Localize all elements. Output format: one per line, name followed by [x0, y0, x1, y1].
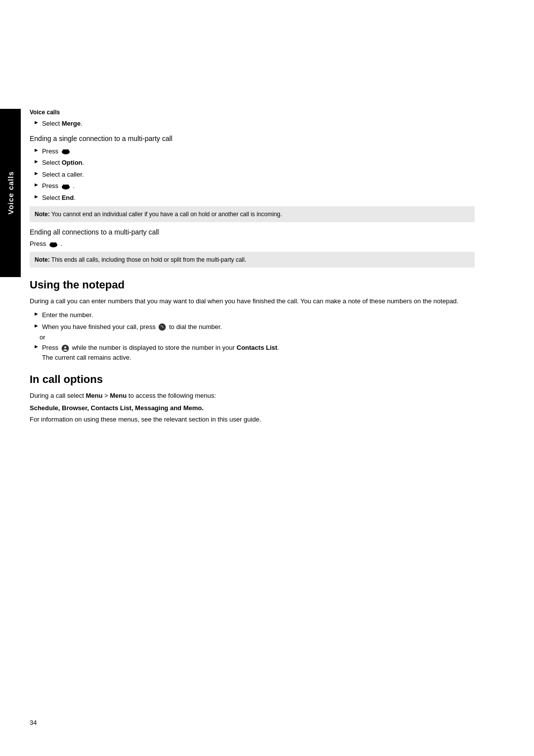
subsection1-bullet3-text: Select a caller.: [42, 170, 84, 180]
page: Voice calls Voice calls ► Select Merge. …: [0, 0, 534, 756]
menu-bold-1: Menu: [86, 392, 102, 399]
subsection1-bullet2: ► Select Option.: [30, 158, 475, 168]
svg-rect-7: [50, 242, 52, 245]
bullet-arrow-1: ►: [34, 147, 39, 153]
end-call-icon-1: [61, 148, 70, 155]
or-line: or: [40, 333, 475, 341]
notepad-bullet3-sub: The current call remains active.: [42, 354, 132, 361]
end-call-icon-3: [49, 241, 58, 248]
notepad-bullet2: ► When you have finished your call, pres…: [30, 322, 475, 332]
svg-point-9: [159, 324, 166, 331]
notepad-para1: During a call you can enter numbers that…: [30, 296, 475, 307]
svg-rect-2: [67, 149, 69, 152]
bullet-arrow-2: ►: [34, 158, 39, 164]
section-using-notepad: Using the notepad During a call you can …: [30, 279, 475, 363]
dial-icon: [158, 323, 166, 331]
notepad-bullet-arrow-3: ►: [34, 343, 39, 349]
notepad-bullet-arrow-1: ►: [34, 311, 39, 317]
subsection2-note-label: Note:: [35, 256, 50, 263]
subsection1-note: Note: You cannot end an individual calle…: [30, 206, 475, 222]
sidebar-tab-label: Voice calls: [6, 171, 15, 214]
subsection1-bullet4: ► Press .: [30, 181, 475, 191]
subsection2-title: Ending all connections to a multi-party …: [30, 228, 475, 236]
using-notepad-heading: Using the notepad: [30, 279, 475, 291]
menu-bold-2: Menu: [110, 392, 127, 399]
subsection1-bullet5-text: Select End.: [42, 193, 76, 203]
svg-rect-5: [67, 185, 69, 187]
notepad-bullet3-text: Press while the number is displayed to s…: [42, 343, 279, 362]
svg-rect-1: [63, 149, 65, 152]
svg-rect-8: [54, 242, 56, 245]
subsection1-bullet5: ► Select End.: [30, 193, 475, 203]
notepad-bullet-arrow-2: ►: [34, 323, 39, 329]
subsection2-note: Note: This ends all calls, including tho…: [30, 252, 475, 268]
subsection1-bullet2-text: Select Option.: [42, 158, 84, 168]
notepad-bullet1: ► Enter the number.: [30, 310, 475, 320]
notepad-bullet3: ► Press while the number is displayed to…: [30, 343, 475, 362]
subsection1-note-label: Note:: [35, 211, 50, 218]
contacts-icon: [61, 344, 69, 352]
bullet-arrow-3: ►: [34, 170, 39, 176]
subsection1-title: Ending a single connection to a multi-pa…: [30, 135, 475, 142]
incall-para2: For information on using these menus, se…: [30, 415, 475, 425]
main-content: Voice calls ► Select Merge. Ending a sin…: [30, 0, 475, 425]
section-header: Voice calls: [30, 109, 475, 116]
incall-para1: During a call select Menu > Menu to acce…: [30, 391, 475, 401]
subsection1-bullet4-text: Press .: [42, 181, 75, 191]
section-incall-options: In call options During a call select Men…: [30, 373, 475, 425]
svg-point-11: [64, 346, 66, 348]
select-merge-item: ► Select Merge.: [30, 119, 475, 129]
bullet-arrow-5: ►: [34, 193, 39, 199]
subsection1-bullet1-text: Press: [42, 146, 71, 156]
end-call-icon-2: [61, 183, 70, 190]
notepad-bullet1-text: Enter the number.: [42, 310, 93, 320]
subsection1-bullet1: ► Press: [30, 146, 475, 156]
select-merge-text: Select Merge.: [42, 119, 83, 129]
page-number: 34: [30, 719, 37, 726]
incall-options-heading: In call options: [30, 373, 475, 386]
notepad-bullet2-text: When you have finished your call, press …: [42, 322, 222, 332]
subsection-all-connections: Ending all connections to a multi-party …: [30, 228, 475, 268]
incall-bold-line: Schedule, Browser, Contacts List, Messag…: [30, 404, 475, 412]
subsection1-bullet3: ► Select a caller.: [30, 170, 475, 180]
sidebar-tab: Voice calls: [0, 109, 21, 277]
bullet-arrow-icon: ►: [34, 119, 39, 125]
bullet-arrow-4: ►: [34, 182, 39, 188]
contacts-list-bold: Contacts List: [237, 344, 277, 351]
subsection2-press-line: Press .: [30, 240, 475, 248]
subsection2-note-text: This ends all calls, including those on …: [51, 256, 246, 263]
svg-rect-4: [63, 185, 65, 187]
subsection1-note-text: You cannot end an individual caller if y…: [51, 211, 282, 218]
subsection-single-connection: Ending a single connection to a multi-pa…: [30, 135, 475, 223]
